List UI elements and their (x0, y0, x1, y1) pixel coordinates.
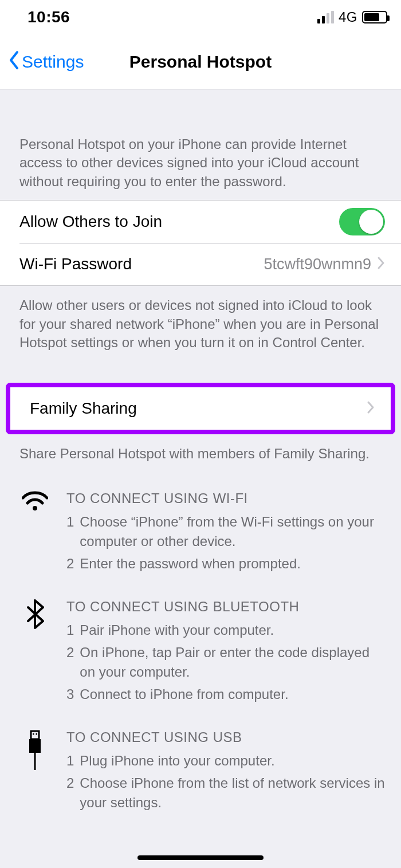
family-sharing-description: Share Personal Hotspot with members of F… (0, 434, 401, 471)
allow-others-label: Allow Others to Join (19, 213, 339, 231)
chevron-right-icon (377, 254, 385, 274)
allow-others-description: Allow other users or devices not signed … (0, 286, 401, 360)
navigation-bar: Settings Personal Hotspot (0, 34, 401, 89)
chevron-left-icon (8, 50, 19, 73)
family-sharing-row[interactable]: Family Sharing (10, 387, 391, 430)
svg-rect-2 (33, 733, 34, 735)
svg-point-0 (33, 506, 37, 510)
hotspot-settings-group: Allow Others to Join Wi-Fi Password 5tcw… (0, 200, 401, 286)
wifi-step-2: Enter the password when prompted. (80, 554, 301, 574)
bt-step-3: Connect to iPhone from computer. (80, 685, 288, 705)
usb-instructions: TO CONNECT USING USB 1Plug iPhone into y… (19, 728, 385, 815)
network-type: 4G (339, 9, 357, 25)
usb-step-2: Choose iPhone from the list of network s… (80, 773, 385, 814)
connection-instructions: TO CONNECT USING WI-FI 1Choose “iPhone” … (0, 472, 401, 837)
wifi-password-label: Wi-Fi Password (19, 255, 264, 273)
status-time: 10:56 (27, 8, 70, 26)
family-sharing-group: Family Sharing (10, 387, 391, 430)
battery-icon (362, 11, 387, 23)
family-sharing-highlight: Family Sharing (6, 383, 395, 434)
bluetooth-instructions: TO CONNECT USING BLUETOOTH 1Pair iPhone … (19, 597, 385, 707)
bt-instr-title: TO CONNECT USING BLUETOOTH (66, 597, 385, 617)
status-right: 4G (317, 9, 387, 25)
usb-instr-title: TO CONNECT USING USB (66, 728, 385, 748)
usb-icon (19, 728, 50, 815)
wifi-password-row[interactable]: Wi-Fi Password 5tcwft90wnmn9 (0, 243, 401, 285)
home-indicator[interactable] (137, 855, 264, 860)
cellular-signal-icon (317, 11, 334, 23)
wifi-instr-title: TO CONNECT USING WI-FI (66, 489, 385, 509)
wifi-step-1: Choose “iPhone” from the Wi-Fi settings … (80, 512, 385, 552)
family-sharing-label: Family Sharing (30, 399, 367, 418)
wifi-instructions: TO CONNECT USING WI-FI 1Choose “iPhone” … (19, 489, 385, 576)
svg-rect-3 (36, 733, 38, 735)
allow-others-toggle[interactable] (339, 208, 385, 235)
allow-others-row[interactable]: Allow Others to Join (0, 201, 401, 243)
wifi-password-value: 5tcwft90wnmn9 (264, 256, 371, 273)
back-button[interactable]: Settings (8, 50, 84, 73)
svg-rect-4 (29, 739, 41, 753)
svg-rect-1 (31, 731, 39, 739)
usb-step-1: Plug iPhone into your computer. (80, 751, 274, 771)
back-label: Settings (22, 52, 84, 72)
status-bar: 10:56 4G (0, 0, 401, 34)
bt-step-2: On iPhone, tap Pair or enter the code di… (80, 643, 385, 683)
chevron-right-icon (367, 399, 375, 418)
intro-description: Personal Hotspot on your iPhone can prov… (0, 89, 401, 200)
bluetooth-icon (19, 597, 50, 707)
wifi-icon (19, 489, 50, 576)
bt-step-1: Pair iPhone with your computer. (80, 620, 274, 641)
